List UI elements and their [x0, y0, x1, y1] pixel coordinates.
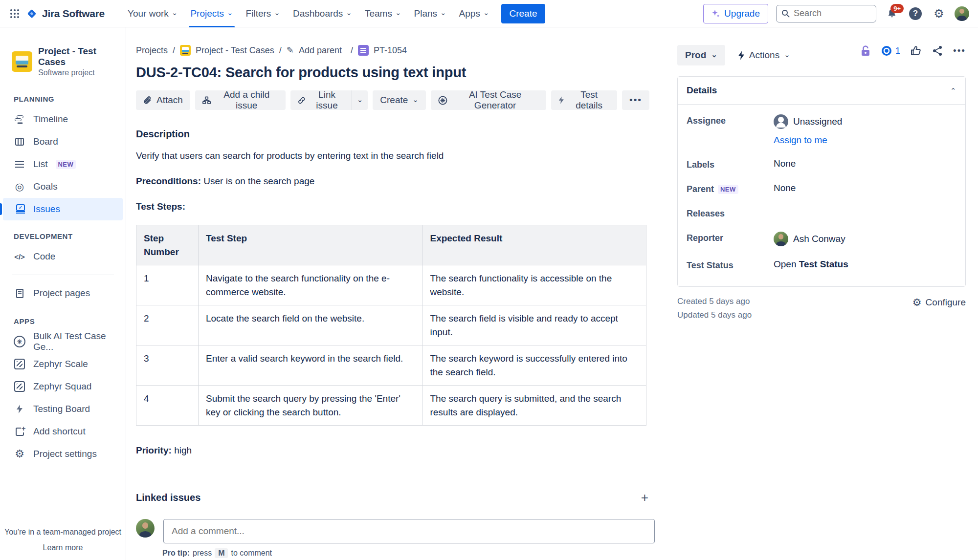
nav-apps[interactable]: Apps⌄ [453, 0, 496, 27]
status-dropdown[interactable]: Prod ⌄ [677, 45, 725, 65]
priority-value: high [174, 445, 192, 455]
sidebar-item-timeline[interactable]: Timeline [0, 108, 124, 130]
sidebar-item-code[interactable]: </> Code [0, 245, 124, 268]
nav-your-work[interactable]: Your work⌄ [121, 0, 184, 27]
global-search[interactable] [776, 5, 876, 22]
chevron-down-icon: ⌄ [412, 96, 419, 103]
pages-icon [14, 289, 25, 298]
chevron-down-icon: ⌄ [357, 96, 363, 103]
breadcrumb-issue-key[interactable]: PT-1054 [374, 45, 407, 56]
project-avatar [12, 51, 32, 72]
divider [12, 275, 114, 275]
app-switcher-icon[interactable] [7, 6, 22, 22]
sidebar-item-list[interactable]: List NEW [0, 153, 124, 175]
lightning-icon [558, 96, 564, 105]
zephyr-scale-icon [14, 359, 25, 369]
labels-value[interactable]: None [774, 158, 796, 169]
nav-teams[interactable]: Teams⌄ [358, 0, 408, 27]
table-row: 2 Locate the search field on the website… [136, 305, 646, 345]
field-test-status: Test Status Open Test Status [687, 259, 956, 271]
breadcrumb-project[interactable]: Project - Test Cases [196, 45, 274, 56]
sidebar-item-bulk-ai[interactable]: ✳ Bulk AI Test Case Ge... [0, 330, 124, 353]
watch-icon[interactable]: 1 [881, 45, 900, 57]
upgrade-button[interactable]: Upgrade [703, 4, 768, 23]
field-assignee: Assignee Unassigned Assign to me [687, 114, 956, 146]
field-labels: Labels None [687, 158, 956, 170]
chevron-down-icon: ⌄ [227, 9, 233, 16]
chevron-down-icon: ⌄ [483, 9, 489, 16]
page-title: DUS-2-TC04: Search for products using te… [136, 65, 649, 81]
comment-protip: Pro tip: press M to comment [162, 548, 978, 558]
link-issue-more-button[interactable]: ⌄ [352, 90, 368, 110]
sidebar-item-project-settings[interactable]: ⚙ Project settings [0, 443, 124, 465]
goals-icon: ◎ [14, 181, 25, 193]
ai-test-case-generator-button[interactable]: AI Test Case Generator [431, 90, 546, 110]
test-details-button[interactable]: Test details [551, 90, 617, 110]
learn-more-link[interactable]: Learn more [0, 543, 126, 552]
test-status-value2: Test Status [799, 259, 848, 269]
add-child-issue-button[interactable]: Add a child issue [195, 90, 286, 110]
sidebar-item-testing-board[interactable]: Testing Board [0, 398, 124, 420]
nav-filters[interactable]: Filters⌄ [240, 0, 287, 27]
search-icon [781, 9, 790, 18]
sidebar-item-add-shortcut[interactable]: Add shortcut [0, 420, 124, 443]
lightning-icon [14, 405, 25, 413]
breadcrumb-add-parent[interactable]: Add parent [299, 45, 342, 56]
sidebar-item-goals[interactable]: ◎ Goals [0, 175, 124, 198]
issue-type-icon [358, 45, 369, 56]
col-expected-result: Expected Result [422, 225, 646, 265]
notifications-bell-icon[interactable]: 9+ [884, 6, 900, 22]
jira-logo[interactable]: Jira Software [25, 7, 105, 20]
add-shortcut-icon [14, 428, 25, 436]
attach-button[interactable]: Attach [136, 90, 190, 110]
code-icon: </> [14, 253, 25, 261]
link-issue-button[interactable]: Link issue [290, 90, 352, 110]
description-heading: Description [136, 129, 649, 140]
search-input[interactable] [794, 8, 867, 19]
settings-gear-icon[interactable]: ⚙ [931, 6, 947, 22]
nav-projects[interactable]: Projects⌄ [184, 0, 239, 27]
priority-line: Priority: high [136, 445, 649, 456]
help-icon[interactable]: ? [908, 6, 923, 22]
notification-badge: 9+ [890, 4, 904, 13]
sidebar-item-zephyr-squad[interactable]: Zephyr Squad [0, 375, 124, 398]
more-actions-icon[interactable]: ••• [953, 45, 966, 56]
col-step-number: Step Number [136, 225, 199, 265]
configure-button[interactable]: ⚙ Configure [912, 297, 966, 308]
pencil-icon: ✎ [287, 45, 294, 56]
like-icon[interactable] [910, 45, 922, 57]
field-reporter: Reporter Ash Conway [687, 232, 956, 246]
sidebar-item-board[interactable]: Board [0, 130, 124, 153]
sidebar-item-project-pages[interactable]: Project pages [0, 282, 124, 304]
description-text[interactable]: Verify that users can search for product… [136, 151, 649, 161]
paperclip-icon [143, 96, 152, 105]
create-button[interactable]: Create [501, 4, 545, 23]
reporter-avatar [774, 232, 788, 246]
nav-plans[interactable]: Plans⌄ [407, 0, 452, 27]
nav-dashboards[interactable]: Dashboards⌄ [287, 0, 358, 27]
share-icon[interactable] [932, 45, 943, 57]
project-header[interactable]: Project - Test Cases Software project [0, 46, 126, 90]
chevron-down-icon: ⌄ [711, 51, 717, 58]
lock-icon[interactable] [860, 45, 871, 57]
add-linked-issue-button[interactable]: + [641, 490, 648, 505]
project-icon [180, 45, 191, 56]
preconditions-line[interactable]: Preconditions: User is on the search pag… [136, 176, 649, 187]
test-steps-table[interactable]: Step Number Test Step Expected Result 1 … [136, 225, 646, 426]
toolbar-more-button[interactable]: ••• [622, 90, 649, 110]
assign-to-me-link[interactable]: Assign to me [774, 135, 842, 146]
issue-toolbar: Attach Add a child issue [136, 90, 649, 110]
breadcrumb-projects[interactable]: Projects [136, 45, 168, 56]
field-releases: Releases [687, 207, 956, 219]
comment-input[interactable] [163, 519, 655, 543]
reporter-value: Ash Conway [793, 234, 845, 244]
user-avatar[interactable] [955, 6, 969, 21]
create-dropdown-button[interactable]: Create ⌄ [373, 90, 426, 110]
sidebar-item-issues[interactable]: Issues [3, 198, 123, 220]
actions-dropdown[interactable]: Actions ⌄ [738, 50, 790, 61]
details-panel-header[interactable]: Details ⌄ [678, 77, 965, 105]
team-managed-note: You're in a team-managed project [0, 528, 126, 537]
top-navigation: Jira Software Your work⌄ Projects⌄ Filte… [0, 0, 978, 27]
parent-value[interactable]: None [774, 183, 796, 194]
sidebar-item-zephyr-scale[interactable]: Zephyr Scale [0, 353, 124, 375]
